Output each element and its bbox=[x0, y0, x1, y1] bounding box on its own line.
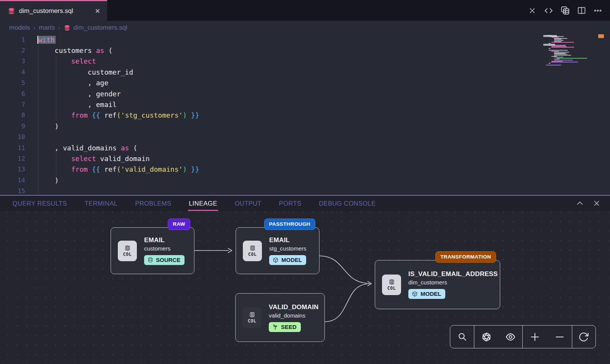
code-line[interactable]: 14 ) bbox=[0, 175, 610, 185]
code-line[interactable]: 8 from {{ ref('stg_customers') }} bbox=[0, 110, 610, 121]
lineage-toolbar bbox=[450, 325, 596, 348]
toolbar-group bbox=[450, 326, 474, 348]
code-token: , age bbox=[38, 79, 108, 87]
code-line[interactable]: 11 , valid_domains as ( bbox=[0, 142, 610, 153]
zoom-out-icon[interactable] bbox=[550, 326, 570, 348]
indent-guide bbox=[56, 56, 56, 121]
line-number: 1 bbox=[0, 36, 25, 43]
code-line-text: with bbox=[38, 36, 56, 44]
breadcrumb-separator: › bbox=[34, 24, 35, 31]
editor-tab-strip: dim_customers.sql ✕ bbox=[0, 0, 610, 21]
code-line-text: customers as ( bbox=[38, 46, 112, 54]
panel-tab-query-results[interactable]: QUERY RESULTS bbox=[13, 200, 67, 207]
code-line[interactable]: 1with bbox=[0, 34, 610, 45]
panel-tabs: QUERY RESULTSTERMINALPROBLEMSLINEAGEOUTP… bbox=[13, 200, 376, 207]
minimap-line bbox=[551, 42, 574, 43]
code-line[interactable]: 12 select valid_domain bbox=[0, 153, 610, 164]
panel-tab-debug-console[interactable]: DEBUG CONSOLE bbox=[319, 200, 376, 207]
code-line[interactable]: 6 , gender bbox=[0, 88, 610, 99]
code-icon[interactable] bbox=[543, 5, 554, 16]
code-token: from bbox=[71, 111, 88, 119]
lineage-node[interactable]: TRANSFORMATIONCOLIS_VALID_EMAIL_ADDRESSd… bbox=[375, 260, 500, 309]
split-editor-icon[interactable] bbox=[576, 5, 587, 16]
lineage-node[interactable]: PASSTHROUGHCOLEMAILstg_customersMODEL bbox=[236, 227, 319, 274]
node-type-label: MODEL bbox=[421, 291, 441, 297]
breadcrumb-segment[interactable]: models bbox=[9, 24, 30, 32]
panel-tab-lineage[interactable]: LINEAGE bbox=[189, 200, 217, 207]
node-type-chip-model[interactable]: MODEL bbox=[269, 255, 306, 265]
code-line[interactable]: 15 bbox=[0, 185, 610, 195]
node-type-chip-source[interactable]: SOURCE bbox=[144, 255, 185, 265]
toolbar-group bbox=[572, 326, 596, 348]
breadcrumb-separator: › bbox=[58, 24, 60, 31]
node-type-chip-model[interactable]: MODEL bbox=[408, 289, 445, 299]
tab-dim-customers[interactable]: dim_customers.sql ✕ bbox=[0, 0, 107, 21]
eye-icon[interactable] bbox=[501, 326, 520, 348]
cube-icon bbox=[412, 291, 418, 297]
code-line[interactable]: 4 customer_id bbox=[0, 67, 610, 77]
panel-header-icons bbox=[576, 196, 601, 212]
duplicate-table-icon[interactable] bbox=[560, 5, 570, 16]
aperture-icon[interactable] bbox=[477, 326, 496, 348]
tab-close-icon[interactable]: ✕ bbox=[93, 7, 102, 15]
lineage-node[interactable]: RAWCOLEMAILcustomersSOURCE bbox=[111, 227, 194, 274]
panel-tab-output[interactable]: OUTPUT bbox=[235, 200, 262, 207]
minimap-line bbox=[546, 35, 552, 36]
breadcrumb-file[interactable]: dim_customers.sql bbox=[64, 24, 127, 32]
panel-tab-terminal[interactable]: TERMINAL bbox=[85, 200, 118, 207]
code-token bbox=[88, 111, 92, 119]
code-token: ref bbox=[100, 111, 117, 119]
line-number: 15 bbox=[0, 187, 25, 195]
column-chip-label: COL bbox=[387, 286, 396, 291]
node-type-chip-seed[interactable]: SEED bbox=[269, 322, 301, 332]
code-line-text: from {{ ref('stg_customers') }} bbox=[38, 111, 199, 119]
columns-icon bbox=[388, 279, 395, 285]
column-chip: COL bbox=[243, 241, 262, 261]
more-actions-icon[interactable] bbox=[592, 5, 603, 16]
node-body: IS_VALID_EMAIL_ADDRESSdim_customersMODEL bbox=[408, 270, 498, 299]
zoom-in-icon[interactable] bbox=[525, 326, 545, 348]
lineage-node[interactable]: COLVALID_DOMAINvalid_domainsSEED bbox=[235, 293, 325, 342]
seed-icon bbox=[272, 324, 278, 330]
node-badge-passthrough: PASSTHROUGH bbox=[264, 219, 315, 230]
code-token: ref bbox=[100, 165, 117, 173]
breadcrumb-segment[interactable]: marts bbox=[39, 24, 55, 32]
code-line[interactable]: 9 ) bbox=[0, 121, 610, 131]
editor-action-bar bbox=[527, 0, 603, 21]
code-line[interactable]: 7 , email bbox=[0, 99, 610, 110]
code-line[interactable]: 3 select bbox=[0, 56, 610, 67]
node-badge-transformation: TRANSFORMATION bbox=[435, 251, 496, 263]
close-panel-icon[interactable] bbox=[592, 199, 601, 209]
dbt-power-user-icon[interactable] bbox=[527, 5, 538, 16]
node-title: VALID_DOMAIN bbox=[269, 303, 319, 311]
line-number: 9 bbox=[0, 123, 25, 130]
panel-tab-problems[interactable]: PROBLEMS bbox=[135, 200, 171, 207]
code-token: select bbox=[71, 57, 96, 65]
minimap[interactable] bbox=[543, 34, 610, 195]
code-line[interactable]: 10 bbox=[0, 132, 610, 142]
code-token: from bbox=[71, 165, 88, 173]
refresh-icon[interactable] bbox=[574, 326, 594, 348]
indent-guide bbox=[38, 45, 39, 195]
collapse-panel-icon[interactable] bbox=[576, 199, 584, 209]
minimap-line bbox=[546, 65, 561, 65]
code-editor[interactable]: 1with2 customers as (3 select4 customer_… bbox=[0, 34, 610, 195]
line-number: 8 bbox=[0, 112, 25, 119]
code-token: }} bbox=[191, 111, 199, 119]
code-token bbox=[38, 57, 71, 65]
code-line[interactable]: 2 customers as ( bbox=[0, 45, 610, 56]
column-chip-label: COL bbox=[248, 252, 257, 257]
code-token: , gender bbox=[38, 90, 121, 98]
breadcrumb: models › marts › dim_customers.sql bbox=[0, 21, 610, 34]
columns-icon bbox=[249, 245, 256, 251]
code-token: 'stg_customers' bbox=[121, 111, 183, 119]
code-line[interactable]: 5 , age bbox=[0, 78, 610, 88]
code-line[interactable]: 13 from {{ ref('valid_domains') }} bbox=[0, 164, 610, 175]
panel-tab-ports[interactable]: PORTS bbox=[279, 200, 302, 207]
minimap-line bbox=[551, 47, 574, 48]
minimap-line bbox=[549, 45, 566, 46]
search-icon[interactable] bbox=[452, 326, 472, 348]
minimap-line bbox=[554, 55, 571, 56]
app-window: dim_customers.sql ✕ bbox=[0, 0, 610, 364]
lineage-canvas[interactable]: RAWCOLEMAILcustomersSOURCEPASSTHROUGHCOL… bbox=[0, 211, 610, 364]
